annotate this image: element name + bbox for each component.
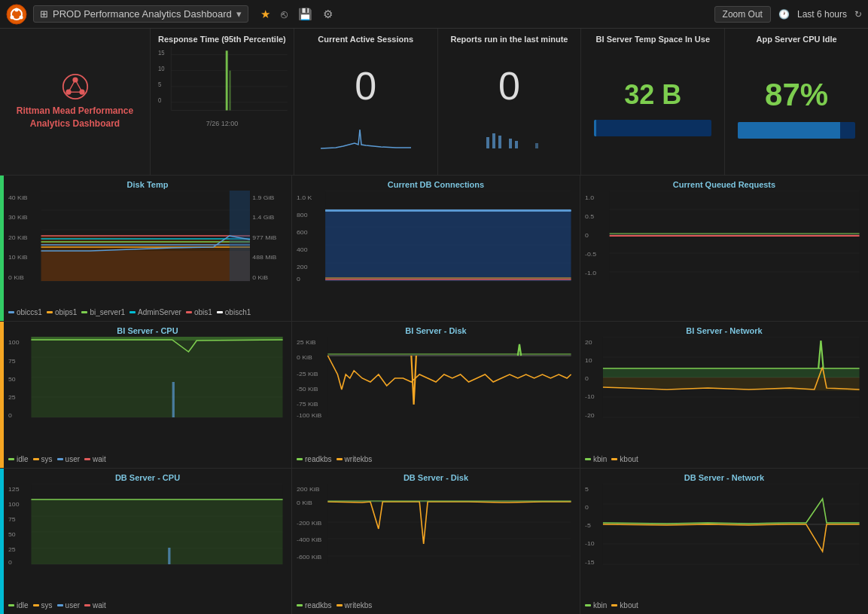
topbar-action-icons: ★ ⎋ 💾 ⚙ <box>260 8 333 21</box>
svg-text:-10: -10 <box>585 393 595 401</box>
svg-text:400: 400 <box>297 246 308 253</box>
svg-text:1.0 K: 1.0 K <box>297 194 312 201</box>
db-network-title: DB Server - Network <box>585 473 863 482</box>
svg-text:-25 KiB: -25 KiB <box>297 371 318 378</box>
app-server-cpu-title: App Server CPU Idle <box>731 35 862 44</box>
svg-text:977 MiB: 977 MiB <box>252 234 276 241</box>
svg-text:-0.5: -0.5 <box>585 250 596 258</box>
db-network-legend: kbin kbout <box>585 601 863 609</box>
svg-text:0: 0 <box>8 412 12 420</box>
svg-text:75: 75 <box>8 358 16 365</box>
svg-text:200 KiB: 200 KiB <box>297 485 320 493</box>
svg-text:30 KiB: 30 KiB <box>8 213 28 221</box>
svg-text:100: 100 <box>8 339 20 347</box>
svg-text:0: 0 <box>585 231 589 239</box>
db-disk-title: DB Server - Disk <box>297 473 575 482</box>
svg-text:10: 10 <box>585 357 592 365</box>
db-connections-chart: 1.0 K 800 600 400 200 0 <box>297 191 575 300</box>
queued-requests-chart: 1.0 0.5 0 -0.5 -1.0 <box>585 191 863 300</box>
save-icon[interactable]: 💾 <box>298 8 312 21</box>
svg-text:0: 0 <box>585 375 589 383</box>
svg-rect-28 <box>515 141 518 148</box>
bi-disk-chart: 25 KiB 0 KiB -25 KiB -50 KiB -75 KiB -10… <box>297 337 575 453</box>
svg-text:20: 20 <box>585 339 592 347</box>
svg-marker-46 <box>41 251 251 281</box>
svg-text:488 MiB: 488 MiB <box>252 253 276 261</box>
svg-text:1.9 GiB: 1.9 GiB <box>252 194 274 201</box>
svg-text:-15: -15 <box>585 558 595 566</box>
bi-network-chart: 20 10 0 -10 -20 <box>585 337 863 453</box>
svg-text:0: 0 <box>8 558 12 566</box>
bi-disk-panel: BI Server - Disk 25 KiB 0 KiB -25 KiB -5… <box>292 322 580 467</box>
svg-text:125: 125 <box>8 485 20 493</box>
svg-text:-1.0: -1.0 <box>585 269 596 276</box>
svg-point-3 <box>11 15 14 19</box>
db-cpu-panel: DB Server - CPU 125 100 75 50 25 0 <box>4 469 292 614</box>
bi-server-temp-title: BI Server Temp Space In Use <box>587 35 718 44</box>
reports-panel: Reports run in the last minute 0 <box>438 29 582 175</box>
app-server-cpu-panel: App Server CPU Idle 87% <box>725 29 868 175</box>
svg-text:-75 KiB: -75 KiB <box>297 401 318 408</box>
svg-text:0: 0 <box>585 503 589 511</box>
dashboard-title-button[interactable]: ⊞ PROD Performance Analytics Dashboard ▾ <box>33 5 248 23</box>
svg-text:1.0: 1.0 <box>585 194 594 201</box>
stats-row: Rittman Mead Performance Analytics Dashb… <box>0 29 868 176</box>
queued-requests-title: Current Queued Requests <box>585 180 863 189</box>
topbar-right: Zoom Out 🕐 Last 6 hours ↻ <box>714 6 862 23</box>
svg-rect-25 <box>492 133 495 148</box>
brand-logo-icon <box>62 73 89 100</box>
db-network-chart: 5 0 -5 -10 -15 <box>585 484 863 600</box>
share-icon[interactable]: ⎋ <box>281 8 288 20</box>
chart-row-2: Disk Temp 40 KiB 30 KiB 20 KiB 10 KiB 0 … <box>0 176 868 322</box>
svg-text:10 KiB: 10 KiB <box>8 253 28 261</box>
svg-text:20 KiB: 20 KiB <box>8 234 28 241</box>
svg-text:0.5: 0.5 <box>585 212 594 220</box>
bi-network-panel: BI Server - Network 20 10 0 -10 -20 <box>580 322 868 467</box>
settings-icon[interactable]: ⚙ <box>323 8 333 21</box>
svg-text:0 KiB: 0 KiB <box>8 273 24 281</box>
bi-server-temp-panel: BI Server Temp Space In Use 32 B <box>581 29 725 175</box>
svg-marker-62 <box>325 210 571 281</box>
svg-rect-127 <box>168 548 170 564</box>
svg-text:-20: -20 <box>585 412 595 420</box>
svg-rect-133 <box>327 484 571 564</box>
svg-text:200: 200 <box>297 263 308 270</box>
db-cpu-legend: idle sys user wait <box>8 601 287 609</box>
svg-line-10 <box>75 80 82 92</box>
active-sessions-panel: Current Active Sessions 0 <box>294 29 438 175</box>
svg-text:50: 50 <box>8 530 16 538</box>
refresh-icon[interactable]: ↻ <box>854 9 862 20</box>
queued-requests-panel: Current Queued Requests 1.0 0.5 0 -0.5 -… <box>580 176 868 321</box>
bi-cpu-chart: 100 75 50 25 0 <box>8 337 287 453</box>
svg-text:-200 KiB: -200 KiB <box>297 519 322 527</box>
svg-text:10: 10 <box>158 65 165 72</box>
bi-disk-title: BI Server - Disk <box>297 326 575 335</box>
svg-text:-10: -10 <box>585 539 595 547</box>
response-time-xlabel: 7/26 12:00 <box>157 120 288 127</box>
bi-cpu-panel: BI Server - CPU 100 75 50 25 0 <box>4 322 292 467</box>
star-icon[interactable]: ★ <box>260 8 270 21</box>
svg-text:0: 0 <box>297 275 300 283</box>
db-cpu-chart: 125 100 75 50 25 0 <box>8 484 287 600</box>
svg-marker-126 <box>31 499 282 564</box>
reports-value: 0 <box>444 47 575 169</box>
svg-text:0: 0 <box>158 97 162 104</box>
bi-network-legend: kbin kbout <box>585 455 863 463</box>
svg-text:-400 KiB: -400 KiB <box>297 536 322 543</box>
svg-text:-5: -5 <box>585 521 591 529</box>
disk-temp-chart: 40 KiB 30 KiB 20 KiB 10 KiB 0 KiB 1.9 Gi… <box>8 191 287 307</box>
reports-title: Reports run in the last minute <box>444 35 575 44</box>
db-connections-panel: Current DB Connections 1.0 K 800 600 400… <box>292 176 580 321</box>
disk-temp-title: Disk Temp <box>8 180 287 189</box>
svg-point-4 <box>20 15 23 19</box>
svg-text:5: 5 <box>158 81 162 87</box>
brand-panel: Rittman Mead Performance Analytics Dashb… <box>0 29 151 175</box>
app-server-cpu-bar <box>738 122 855 139</box>
queued-requests-legend <box>585 301 863 316</box>
db-disk-chart: 200 KiB 0 KiB -200 KiB -400 KiB -600 KiB <box>297 484 575 600</box>
zoom-out-button[interactable]: Zoom Out <box>714 6 771 23</box>
dropdown-arrow: ▾ <box>236 8 242 20</box>
db-cpu-title: DB Server - CPU <box>8 473 287 482</box>
svg-rect-22 <box>226 50 228 110</box>
app-server-cpu-value: 87% <box>765 77 828 113</box>
